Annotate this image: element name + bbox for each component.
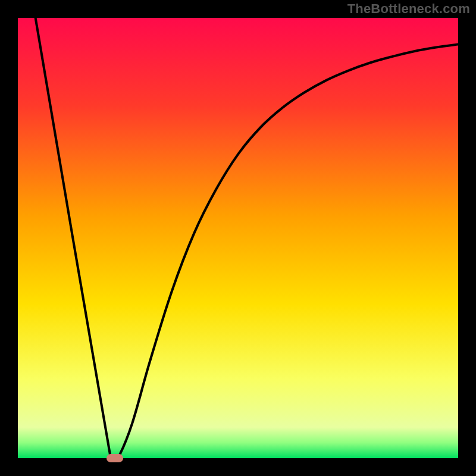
bottleneck-curve [36, 18, 458, 458]
curve-layer [18, 18, 458, 458]
watermark-text: TheBottleneck.com [347, 1, 470, 17]
chart-frame: TheBottleneck.com [0, 0, 476, 476]
plot-area [18, 18, 458, 458]
minimum-marker [107, 454, 123, 462]
